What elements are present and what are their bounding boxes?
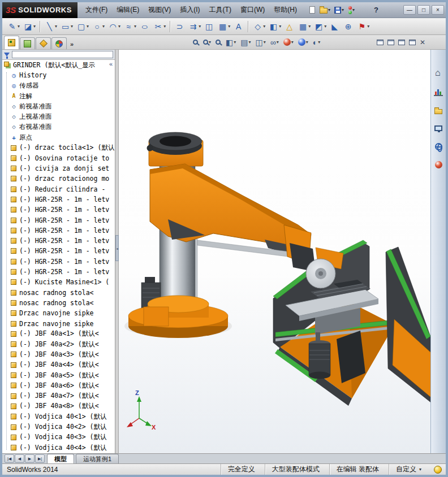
display-style-icon[interactable]: ◫▾ xyxy=(254,38,268,46)
tree-item[interactable]: 前视基准面 xyxy=(2,101,115,111)
motor-mount-block[interactable] xyxy=(144,307,169,326)
tree-item[interactable]: (-) JBF 40a<8> (默认< xyxy=(2,401,115,411)
globe-icon[interactable] xyxy=(433,141,444,151)
prev-tab-button[interactable]: ◀ xyxy=(15,454,24,463)
tree-item[interactable]: (-) HGR-25R - 1m - letv xyxy=(2,226,115,236)
menu-item[interactable]: 窗口(W) xyxy=(236,2,269,18)
tab-configurationmanager[interactable] xyxy=(36,37,51,49)
eraser-icon[interactable]: ◪▾ xyxy=(21,20,37,33)
tree-item[interactable]: 上视基准面 xyxy=(2,111,115,122)
tab-displaymanager[interactable] xyxy=(51,37,67,49)
arc-icon[interactable]: ◠▾ xyxy=(106,20,122,33)
tree-item[interactable]: History xyxy=(2,70,115,80)
tree-item[interactable]: (-) HGR-25R - 1m - letv xyxy=(2,194,115,205)
tree-item[interactable]: (-) HGR-25R - 1m - letv xyxy=(2,215,115,225)
tree-item[interactable]: (-) JBF 40a<4> (默认< xyxy=(2,360,115,370)
restore-window-icon[interactable] xyxy=(387,40,394,45)
tree-item[interactable]: nosac radnog stola< xyxy=(2,298,115,308)
tree-item[interactable]: (-) HGR-25R - 1m - letv xyxy=(2,257,115,267)
display-style-icon[interactable]: ◩▾ xyxy=(312,20,328,33)
mirror-entities-icon[interactable]: ◫ xyxy=(203,20,216,33)
tree-item[interactable]: (-) Reducir cilindra - xyxy=(2,184,115,194)
menu-item[interactable]: 帮助(H) xyxy=(269,2,301,18)
ellipse-icon[interactable]: ○ xyxy=(138,20,152,33)
monitor-icon[interactable] xyxy=(433,123,444,133)
toolbar-separator[interactable] xyxy=(40,21,41,32)
tree-item[interactable]: (-) Vodjica 40<3> (默认 xyxy=(2,432,115,443)
menu-item[interactable]: 编辑(E) xyxy=(112,2,144,18)
status-edit-state[interactable]: 在编辑 装配体 xyxy=(329,464,389,475)
tree-item[interactable]: (-) JBF 40a<3> (默认< xyxy=(2,349,115,359)
tree-item[interactable]: (-) civija za donji set xyxy=(2,163,115,174)
tree-item[interactable]: (-) JBF 40a<1> (默认< xyxy=(2,329,115,339)
view-settings-icon[interactable]: ◐▾ xyxy=(311,38,322,46)
menu-item[interactable]: 插入(I) xyxy=(175,2,204,18)
edit-sketch-icon[interactable]: ✎▾ xyxy=(6,20,21,33)
tree-item[interactable]: (-) JBF 40a<7> (默认< xyxy=(2,391,115,401)
tree-item[interactable]: GRINDER (默认<默认_显示 xyxy=(2,60,115,70)
tree-item[interactable]: (-) drzac tocila<1> (默认 xyxy=(2,142,115,153)
rebuild-traffic-icon[interactable]: ▾ xyxy=(348,6,355,14)
section-view-icon[interactable]: ◧▾ xyxy=(267,20,283,33)
status-custom[interactable]: 自定义▾ xyxy=(389,464,428,475)
first-tab-button[interactable]: |◀ xyxy=(5,454,14,463)
3d-model-canvas[interactable]: Z X xyxy=(119,50,430,453)
grid-icon[interactable]: ▦▾ xyxy=(296,20,312,33)
line-icon[interactable]: ╲▾ xyxy=(43,20,59,33)
zoom-in-out-icon[interactable] xyxy=(214,40,223,45)
toolbar-separator[interactable] xyxy=(248,21,249,32)
status-definition[interactable]: 完全定义 xyxy=(221,464,265,475)
tab-featuremanager[interactable] xyxy=(4,36,19,49)
warning-triangle-icon[interactable]: △ xyxy=(283,20,296,33)
tree-item[interactable]: (-) Vodjica 40<4> (默认 xyxy=(2,443,115,453)
tile-windows-icon[interactable] xyxy=(409,40,416,45)
cascade-windows-icon[interactable] xyxy=(398,40,405,45)
tree-item[interactable]: (-) HGR-25R - 1m - letv xyxy=(2,205,115,215)
circle-icon[interactable]: ○▾ xyxy=(91,20,106,33)
spline-icon[interactable]: ≈▾ xyxy=(122,20,138,33)
status-assembly-mode[interactable]: 大型装配体模式 xyxy=(265,464,329,475)
tree-item[interactable]: Drzac navojne sipke xyxy=(2,308,115,318)
toolbar-separator[interactable] xyxy=(170,21,171,32)
zoom-fit-icon[interactable] xyxy=(191,40,200,45)
close-document-icon[interactable]: ✕ xyxy=(420,39,425,46)
filter-funnel-icon[interactable] xyxy=(4,53,10,57)
tab-propertymanager[interactable] xyxy=(20,37,35,49)
offset-entities-icon[interactable]: ⇉▾ xyxy=(187,20,203,33)
tree-item[interactable]: 注解 xyxy=(2,91,115,101)
reference-geometry-icon[interactable]: ◇▾ xyxy=(251,20,267,33)
new-document-icon[interactable] xyxy=(309,6,316,14)
tree-item[interactable]: (-) HGR-25R - 1m - letv xyxy=(2,267,115,277)
edit-appearance-icon[interactable]: ▾ xyxy=(282,38,295,46)
chamfer-icon[interactable]: ◣ xyxy=(328,20,342,33)
tree-item[interactable]: Drzac navojne sipke xyxy=(2,318,115,328)
status-ball-icon[interactable] xyxy=(434,466,442,474)
filter-input[interactable] xyxy=(12,51,113,58)
flag-icon[interactable]: ⚑▾ xyxy=(355,20,371,33)
slot-icon[interactable]: ▢▾ xyxy=(75,20,91,33)
convert-entities-icon[interactable]: ⊃ xyxy=(173,20,187,33)
tree-item[interactable]: (-) HGR-25R - 1m - letv xyxy=(2,236,115,246)
zoom-area-icon[interactable]: ▾ xyxy=(201,40,213,45)
graphics-viewport[interactable]: Z X xyxy=(119,50,430,453)
collapse-tree-button[interactable]: « xyxy=(108,60,114,67)
tree-item[interactable]: (-) drzac rotacionog mo xyxy=(2,174,115,184)
hide-show-items-icon[interactable]: ∞▾ xyxy=(269,38,281,46)
sketch-text-icon[interactable]: A xyxy=(232,20,245,33)
save-icon[interactable]: ▾ xyxy=(334,7,344,14)
section-view-icon[interactable]: ◧▾ xyxy=(224,38,238,46)
minimize-button[interactable]: — xyxy=(403,5,416,15)
open-document-icon[interactable]: ▾ xyxy=(320,6,330,14)
next-tab-button[interactable]: ▶ xyxy=(25,454,35,463)
tree-item[interactable]: 原点 xyxy=(2,132,115,142)
tree-item[interactable]: (-) Vodjica 40<2> (默认 xyxy=(2,422,115,432)
tree-item[interactable]: (-) HGR-25R - 1m - letv xyxy=(2,246,115,256)
tree-item[interactable]: 右视基准面 xyxy=(2,122,115,132)
tree-item[interactable]: nosac radnog stola< xyxy=(2,288,115,298)
menu-item[interactable]: 文件(F) xyxy=(81,2,112,18)
tree-item[interactable]: (-) Osovina rotacije to xyxy=(2,153,115,163)
menu-item[interactable]: 工具(T) xyxy=(205,2,236,18)
minimize-window-icon[interactable] xyxy=(377,40,384,45)
sphere-icon[interactable] xyxy=(433,159,444,170)
linear-pattern-icon[interactable]: ▦▾ xyxy=(216,20,232,33)
